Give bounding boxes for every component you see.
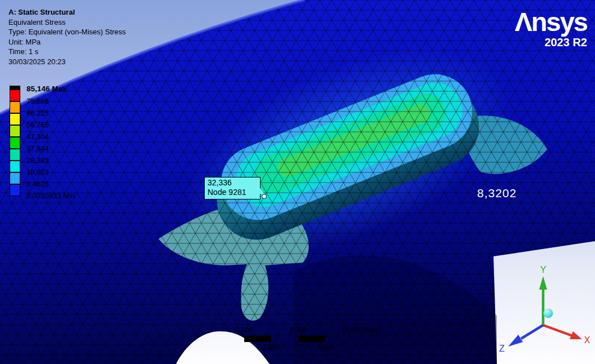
ruler-label-10mm: 10,000 (mm) [333, 326, 389, 334]
ruler-label-5: 5,000 [270, 326, 327, 334]
ansys-viewport: A: Static Structural Equivalent Stress T… [0, 0, 595, 364]
y-axis-arrowhead [539, 276, 547, 290]
orientation-triad[interactable]: Y X Z [485, 259, 595, 364]
ruler-label-7-5: 7,500 [297, 344, 354, 352]
probe-annotation-value: 32,336 [208, 178, 257, 188]
result-name: Equivalent Stress [8, 17, 126, 28]
z-axis-label: Z [499, 344, 505, 353]
stress-value-label: 8,3202 [477, 187, 517, 200]
legend-band [10, 172, 20, 184]
solution-info-block: A: Static Structural Equivalent Stress T… [8, 7, 126, 66]
y-axis-label: Y [540, 265, 546, 274]
legend-label-min: 0,0020933 Min [27, 192, 105, 200]
legend-label: 75,686 [27, 97, 105, 105]
result-timestamp: 30/03/2025 20:23 [8, 57, 126, 67]
ruler-segment-1 [244, 336, 271, 342]
x-axis-arrowhead [570, 331, 582, 339]
stress-legend[interactable]: 85,146 Max 75,686 66,225 56,765 47,304 3… [9, 85, 105, 203]
legend-band [10, 184, 20, 196]
ansys-version: 2023 R2 [515, 36, 587, 48]
probe-node-marker [262, 194, 267, 199]
legend-label: 9,4625 [27, 180, 105, 188]
legend-label: 37,844 [27, 145, 105, 153]
legend-label-max: 85,146 Max [27, 85, 105, 93]
x-axis-label: X [584, 335, 590, 345]
legend-band [10, 90, 20, 101]
result-unit: Unit: MPa [8, 37, 126, 47]
legend-label: 47,304 [27, 133, 105, 141]
z-axis[interactable] [521, 325, 543, 339]
legend-band [10, 125, 20, 137]
legend-label: 66,225 [27, 109, 105, 117]
ruler-label-0: 0,000 [216, 326, 272, 334]
analysis-title: A: Static Structural [8, 7, 126, 17]
legend-band [10, 137, 20, 149]
ruler-segment-3 [298, 336, 325, 342]
ruler-label-2-5: 2,500 [243, 344, 299, 352]
legend-band [10, 161, 20, 172]
legend-label: 56,765 [27, 121, 105, 129]
ansys-logo: Λnsys 2023 R2 [515, 9, 587, 48]
legend-band [10, 149, 20, 161]
result-time: Time: 1 s [8, 47, 126, 57]
legend-max-cap [10, 86, 20, 90]
probe-annotation-flag[interactable]: 32,336 Node 9281 [204, 177, 261, 199]
legend-label: 18,923 [27, 168, 105, 176]
triad-origin-sphere[interactable] [544, 309, 553, 318]
legend-label: 28,383 [27, 157, 105, 165]
x-axis[interactable] [543, 325, 572, 336]
legend-band [10, 101, 20, 113]
probe-annotation-node: Node 9281 [208, 188, 257, 197]
result-type: Type: Equivalent (von-Mises) Stress [8, 27, 126, 37]
ansys-wordmark: Λnsys [515, 9, 587, 35]
z-axis-arrowhead [508, 335, 523, 347]
legend-band [10, 113, 20, 125]
